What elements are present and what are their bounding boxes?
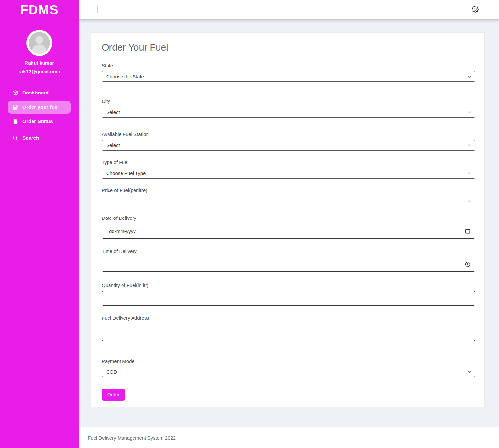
sidebar-nav: Dashboard Order your fuel Order Status xyxy=(0,86,79,144)
topbar-separator xyxy=(97,6,98,13)
delivery-time-label: Time of Delivery xyxy=(102,248,475,254)
file-icon xyxy=(12,118,18,124)
sidebar-item-label: Search xyxy=(22,135,39,141)
footer: Fuel Delivery Management System 2022 xyxy=(79,427,499,448)
sidebar: FDMS Rahul kumar rak12@gmail.com xyxy=(0,0,79,448)
app-window: FDMS Rahul kumar rak12@gmail.com xyxy=(0,0,499,448)
fuel-type-field-group: Type of Fuel Choose Fuel Type xyxy=(102,159,475,179)
payment-mode-field-group: Payment Mode COD xyxy=(102,358,475,377)
fuel-price-field-group: Price of Fuel(perlitre) xyxy=(102,187,475,206)
brand-logo: FDMS xyxy=(0,0,79,18)
sidebar-item-search[interactable]: Search xyxy=(8,131,71,144)
fuel-station-label: Available Fuel Station xyxy=(102,131,475,137)
topbar xyxy=(79,0,499,19)
delivery-address-field-group: Fuel Delivery Address xyxy=(102,315,475,342)
order-button[interactable]: Order xyxy=(102,389,125,401)
order-form-card: Order Your Fuel State Choose the State xyxy=(91,32,485,407)
delivery-address-label: Fuel Delivery Address xyxy=(102,315,475,321)
sidebar-item-label: Dashboard xyxy=(22,90,49,96)
fuel-pump-icon xyxy=(12,104,18,110)
main-area: Order Your Fuel State Choose the State xyxy=(79,0,499,448)
sidebar-item-dashboard[interactable]: Dashboard xyxy=(8,86,71,99)
sidebar-item-order-your-fuel[interactable]: Order your fuel xyxy=(8,101,71,114)
delivery-time-input[interactable] xyxy=(102,257,475,272)
sidebar-item-label: Order Status xyxy=(22,118,53,124)
fuel-type-select[interactable]: Choose Fuel Type xyxy=(102,168,475,179)
state-field-group: State Choose the State xyxy=(102,63,475,82)
city-label: City xyxy=(102,98,475,104)
city-select[interactable]: Select xyxy=(102,107,475,118)
state-select[interactable]: Choose the State xyxy=(102,71,475,82)
user-name: Rahul kumar xyxy=(0,60,79,66)
fuel-price-label: Price of Fuel(perlitre) xyxy=(102,187,475,193)
fuel-station-select[interactable]: Select xyxy=(102,140,475,151)
payment-mode-select[interactable]: COD xyxy=(102,367,475,377)
delivery-address-textarea[interactable] xyxy=(102,324,475,341)
city-field-group: City Select xyxy=(102,98,475,118)
fuel-quantity-label: Quantity of Fuel(in ltr) xyxy=(102,282,475,288)
delivery-time-field-group: Time of Delivery xyxy=(102,248,475,272)
sidebar-divider xyxy=(7,130,73,130)
payment-mode-label: Payment Mode xyxy=(102,358,475,364)
delivery-date-input[interactable] xyxy=(102,224,475,239)
sidebar-item-label: Order your fuel xyxy=(22,104,59,110)
footer-text: Fuel Delivery Management System 2022 xyxy=(88,435,176,441)
fuel-quantity-field-group: Quantity of Fuel(in ltr) xyxy=(102,282,475,306)
search-icon xyxy=(12,135,18,141)
sidebar-item-order-status[interactable]: Order Status xyxy=(8,115,71,128)
delivery-date-field-group: Date of Delivery xyxy=(102,215,475,239)
page-title: Order Your Fuel xyxy=(102,42,475,53)
settings-gear-icon[interactable] xyxy=(472,6,479,14)
fuel-quantity-input[interactable] xyxy=(102,291,475,306)
content-area: Order Your Fuel State Choose the State xyxy=(79,19,499,427)
person-icon xyxy=(26,30,52,56)
delivery-date-label: Date of Delivery xyxy=(102,215,475,221)
fuel-type-label: Type of Fuel xyxy=(102,159,475,165)
fuel-station-field-group: Available Fuel Station Select xyxy=(102,131,475,151)
avatar xyxy=(26,30,52,56)
fuel-price-select[interactable] xyxy=(102,196,475,206)
user-email: rak12@gmail.com xyxy=(0,69,79,74)
state-label: State xyxy=(102,63,475,68)
cube-icon xyxy=(12,90,18,96)
